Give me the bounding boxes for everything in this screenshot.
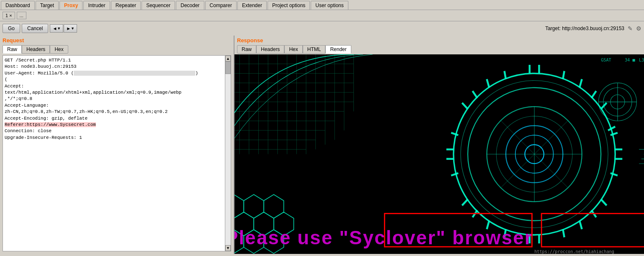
- svg-text:L36-3032W1-00067-5: L36-3032W1-00067-5: [639, 58, 644, 62]
- request-tab-hex[interactable]: Hex: [50, 45, 68, 54]
- response-render-area: GSAT 34 ■ L36-3032W1-00067-5: [234, 54, 644, 254]
- request-scrollbar[interactable]: ▲ ▼: [225, 56, 231, 251]
- top-nav-bar: Dashboard Target Proxy Intruder Repeater…: [0, 0, 644, 10]
- tab-sequencer[interactable]: Sequencer: [142, 1, 175, 10]
- response-tab-headers[interactable]: Headers: [256, 45, 284, 54]
- tab-repeater[interactable]: Repeater: [111, 1, 141, 10]
- response-header: Response Raw Headers Hex HTML Render: [234, 36, 644, 54]
- settings-icon[interactable]: ⚙: [636, 25, 641, 32]
- tab-dashboard[interactable]: Dashboard: [1, 1, 35, 10]
- tab-proxy[interactable]: Proxy: [59, 1, 82, 10]
- cancel-button[interactable]: Cancel: [22, 24, 48, 33]
- request-title: Request: [0, 36, 234, 44]
- forward-arrow-icon: ►: [66, 26, 71, 31]
- edit-icon[interactable]: ✎: [628, 25, 633, 32]
- tab-number[interactable]: 1 ×: [3, 12, 15, 19]
- tab-user-options[interactable]: User options: [311, 1, 348, 10]
- request-line-get: GET /Secret.php HTTP/1.1 Host: node3.buu…: [5, 58, 198, 140]
- back-down-icon: ▼: [57, 26, 61, 31]
- scrollbar-thumb[interactable]: [225, 61, 231, 74]
- request-body-container: GET /Secret.php HTTP/1.1 Host: node3.buu…: [3, 55, 231, 251]
- request-text-area[interactable]: GET /Secret.php HTTP/1.1 Host: node3.buu…: [3, 56, 225, 251]
- request-subtabs: Raw Headers Hex: [0, 44, 234, 54]
- scrollbar-up-btn[interactable]: ▲: [225, 56, 231, 61]
- tab-project-options[interactable]: Project options: [268, 1, 310, 10]
- cyber-svg: GSAT 34 ■ L36-3032W1-00067-5: [234, 54, 644, 254]
- referer-highlight: Referer:https://www.Sycsecret.com: [5, 122, 96, 127]
- svg-text:GSAT: GSAT: [601, 58, 611, 62]
- back-button[interactable]: ◄ ▼: [50, 24, 63, 33]
- svg-text:34 ■: 34 ■: [625, 58, 635, 62]
- tab-extender[interactable]: Extender: [237, 1, 267, 10]
- repeater-toolbar: Go Cancel ◄ ▼ ► ▼ Target: http://node3.b…: [0, 21, 644, 36]
- response-tab-html[interactable]: HTML: [303, 45, 326, 54]
- tab-intruder[interactable]: Intruder: [83, 1, 110, 10]
- request-tab-headers[interactable]: Headers: [22, 45, 50, 54]
- svg-text:https://proccon.net/hiahiachan: https://proccon.net/hiahiachang: [534, 249, 614, 254]
- back-arrow-icon: ◄: [52, 26, 57, 31]
- response-tab-raw[interactable]: Raw: [237, 45, 256, 54]
- main-content: Request Raw Headers Hex GET /Secret.php …: [0, 36, 644, 254]
- request-tab-raw[interactable]: Raw: [3, 45, 22, 54]
- tab-more[interactable]: ...: [17, 12, 26, 19]
- svg-text:Please use "Syclover" browser: Please use "Syclover" browser: [234, 227, 533, 248]
- response-tab-hex[interactable]: Hex: [284, 45, 302, 54]
- forward-button[interactable]: ► ▼: [64, 24, 77, 33]
- response-title: Response: [234, 36, 644, 44]
- tab-decoder[interactable]: Decoder: [176, 1, 204, 10]
- response-subtabs: Raw Headers Hex HTML Render: [234, 44, 644, 54]
- request-panel: Request Raw Headers Hex GET /Secret.php …: [0, 36, 234, 254]
- forward-down-icon: ▼: [71, 26, 75, 31]
- response-tab-render[interactable]: Render: [325, 45, 351, 54]
- nav-arrows-group: ◄ ▼ ► ▼: [50, 24, 77, 33]
- svg-rect-0: [234, 54, 644, 254]
- tab-comparer[interactable]: Comparer: [205, 1, 237, 10]
- tab-target[interactable]: Target: [36, 1, 59, 10]
- response-panel: Response Raw Headers Hex HTML Render: [234, 36, 644, 254]
- scrollbar-track[interactable]: [225, 61, 231, 245]
- target-label: Target: http://node3.buuoj.cn:29153: [545, 26, 624, 31]
- tab-number-row: 1 × ...: [0, 10, 644, 21]
- go-button[interactable]: Go: [3, 24, 20, 33]
- scrollbar-down-btn[interactable]: ▼: [225, 245, 231, 251]
- cyber-background: GSAT 34 ■ L36-3032W1-00067-5: [234, 54, 644, 254]
